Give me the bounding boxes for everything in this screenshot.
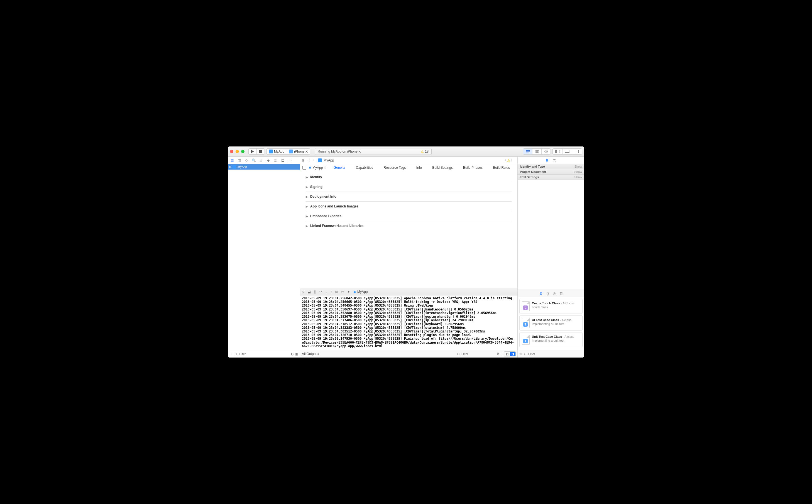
next-issue-button[interactable]: 〉 <box>511 158 514 163</box>
svg-rect-4 <box>526 153 529 153</box>
debug-navigator-tab[interactable]: ≣ <box>273 158 278 162</box>
library-item[interactable]: T Unit Test Case Class - A class impleme… <box>519 332 583 347</box>
related-items-icon[interactable]: ⊞ <box>302 158 305 162</box>
show-button[interactable]: Show <box>574 175 582 179</box>
device-icon <box>289 150 293 153</box>
warning-indicator[interactable]: ⚠ 18 <box>421 150 429 153</box>
symbol-navigator-tab[interactable]: ◇ <box>244 158 249 162</box>
inspector-section-project-doc[interactable]: Project DocumentShow <box>518 169 584 175</box>
filter-icon: ⊙ <box>457 352 460 356</box>
view-debug-button[interactable]: ⧉ <box>335 290 338 294</box>
tab-general[interactable]: General <box>332 166 347 170</box>
target-list-toggle[interactable] <box>302 166 306 170</box>
library-footer: ⊞ ⊙ <box>518 350 584 358</box>
standard-editor-button[interactable] <box>523 149 532 154</box>
recent-filter-button[interactable]: ◐ <box>291 352 294 356</box>
step-over-button[interactable]: ⤻ <box>319 290 322 294</box>
debug-area: ▽ ⬓ ∥ ⤻ ↓ ↑ ⧉ ✂ ➤ ◉ MyApp 2018-05-09 19:… <box>300 288 517 358</box>
issue-navigator-tab[interactable]: ⚠ <box>258 158 263 162</box>
svg-point-6 <box>537 150 539 153</box>
code-snippet-library-tab[interactable]: {} <box>547 292 549 295</box>
prev-issue-button[interactable]: 〈 <box>503 158 507 163</box>
tab-resource-tags[interactable]: Resource Tags <box>382 166 408 170</box>
go-forward-button[interactable]: 〉 <box>312 158 316 163</box>
file-inspector-tab[interactable]: 🗎 <box>546 158 549 162</box>
library-item[interactable]: T UI Test Case Class - A class implement… <box>519 315 583 331</box>
console-output[interactable]: 2018-05-09 19:23:04.256042-0500 MyApp[85… <box>300 295 517 350</box>
section-label: Deployment Info <box>310 195 336 199</box>
section-linked-frameworks[interactable]: ▶Linked Frameworks and Libraries <box>306 221 512 231</box>
section-identity[interactable]: ▶Identity <box>306 172 512 182</box>
scheme-selector[interactable]: MyApp 〉 iPhone X <box>266 148 310 155</box>
source-control-navigator-tab[interactable]: ◫ <box>237 158 242 162</box>
report-navigator-tab[interactable]: ▭ <box>287 158 292 162</box>
library-item[interactable]: C Cocoa Touch Class - A Cocoa Touch clas… <box>519 299 583 314</box>
activity-status[interactable]: Running MyApp on iPhone X ⚠ 18 <box>315 148 432 155</box>
trash-button[interactable]: 🗑 <box>497 352 500 356</box>
memory-graph-button[interactable]: ✂ <box>341 290 344 294</box>
object-library-tab[interactable]: ◎ <box>553 292 556 295</box>
tab-build-settings[interactable]: Build Settings <box>431 166 454 170</box>
section-signing[interactable]: ▶Signing <box>306 182 512 192</box>
location-button[interactable]: ➤ <box>347 290 350 294</box>
warning-count: 18 <box>425 150 429 153</box>
file-template-icon: C <box>522 301 530 311</box>
console-pane-button[interactable]: ◨ <box>510 352 515 356</box>
inspector-section-text-settings[interactable]: Text SettingsShow <box>518 175 584 180</box>
quick-help-tab[interactable]: ?⃝ <box>553 158 556 162</box>
disclosure-triangle-icon[interactable]: ▶ <box>229 165 231 168</box>
library-list[interactable]: C Cocoa Touch Class - A Cocoa Touch clas… <box>518 297 584 350</box>
output-scope-selector[interactable]: All Output ▲▼ <box>302 352 319 356</box>
scm-filter-button[interactable]: ▣ <box>295 352 298 356</box>
zoom-window-button[interactable] <box>241 150 244 153</box>
process-selector[interactable]: ◉ MyApp <box>353 290 368 294</box>
breakpoints-button[interactable]: ⬓ <box>308 290 311 294</box>
close-window-button[interactable] <box>230 150 233 153</box>
chevron-right-icon: 〉 <box>285 150 288 153</box>
tab-build-phases[interactable]: Build Phases <box>461 166 484 170</box>
app-icon <box>269 150 273 153</box>
section-app-icons[interactable]: ▶App Icons and Launch Images <box>306 202 512 211</box>
version-editor-button[interactable] <box>541 149 551 154</box>
navigator-filter-input[interactable] <box>239 352 289 356</box>
grid-view-button[interactable]: ⊞ <box>519 352 522 356</box>
console-filter-input[interactable] <box>461 352 495 356</box>
breakpoint-navigator-tab[interactable]: ⬓ <box>280 158 285 162</box>
show-button[interactable]: Show <box>574 170 582 173</box>
show-button[interactable]: Show <box>574 165 582 168</box>
run-button[interactable] <box>249 149 256 154</box>
section-deployment-info[interactable]: ▶Deployment Info <box>306 192 512 202</box>
stop-button[interactable] <box>256 149 265 154</box>
inspector-section-identity[interactable]: Identity and TypeShow <box>518 164 584 169</box>
add-button[interactable]: ＋ <box>229 352 233 356</box>
jump-bar[interactable]: ⊞ 〈 〉 MyApp 〈 ⚠ 〉 <box>300 157 517 164</box>
navigator-tabs: ▤ ◫ ◇ 🔍 ⚠ ◆ ≣ ⬓ ▭ <box>228 157 300 164</box>
project-icon <box>318 158 322 162</box>
tab-capabilities[interactable]: Capabilities <box>354 166 375 170</box>
file-template-library-tab[interactable]: 🗎 <box>539 292 543 295</box>
scheme-device-label: iPhone X <box>294 150 308 153</box>
go-back-button[interactable]: 〈 <box>307 158 310 163</box>
media-library-tab[interactable]: ▥ <box>559 292 562 295</box>
jump-bar-project[interactable]: MyApp <box>324 158 334 162</box>
toggle-navigator-button[interactable] <box>553 149 562 154</box>
project-navigator-tab[interactable]: ▤ <box>229 158 234 162</box>
tab-build-rules[interactable]: Build Rules <box>491 166 512 170</box>
find-navigator-tab[interactable]: 🔍 <box>251 158 256 162</box>
test-navigator-tab[interactable]: ◆ <box>266 158 271 162</box>
section-embedded-binaries[interactable]: ▶Embedded Binaries <box>306 211 512 221</box>
tab-info[interactable]: Info <box>415 166 424 170</box>
variables-pane-button[interactable]: ◧ <box>504 352 510 356</box>
pause-button[interactable]: ∥ <box>314 290 316 294</box>
library-tabs: 🗎 {} ◎ ▥ <box>518 290 584 297</box>
toggle-inspector-button[interactable] <box>572 149 582 154</box>
target-selector[interactable]: ◉ MyApp ▲▼ <box>309 166 326 170</box>
hide-debug-button[interactable]: ▽ <box>302 290 304 294</box>
project-root-row[interactable]: ▶ MyApp <box>228 164 300 170</box>
minimize-window-button[interactable] <box>236 150 239 153</box>
assistant-editor-button[interactable] <box>532 149 541 154</box>
step-out-button[interactable]: ↑ <box>330 290 332 294</box>
step-into-button[interactable]: ↓ <box>325 290 327 294</box>
library-filter-input[interactable] <box>528 352 583 356</box>
toggle-debug-button[interactable] <box>562 149 572 154</box>
